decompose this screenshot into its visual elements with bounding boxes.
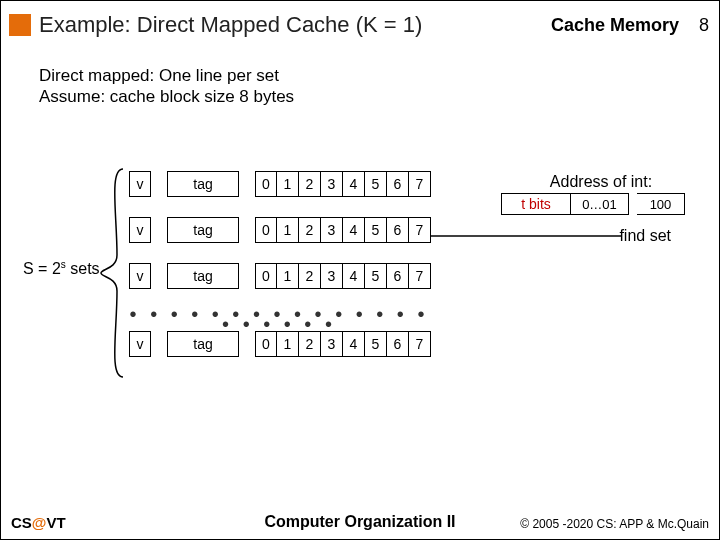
- byte-cell: 6: [387, 217, 409, 243]
- subtitle-line-2: Assume: cache block size 8 bytes: [39, 86, 294, 107]
- slide-header: Example: Direct Mapped Cache (K = 1) Cac…: [1, 7, 719, 43]
- slide: Example: Direct Mapped Cache (K = 1) Cac…: [0, 0, 720, 540]
- byte-cell: 5: [365, 217, 387, 243]
- byte-cell: 2: [299, 171, 321, 197]
- tag-cell: tag: [167, 331, 239, 357]
- byte-cells: 0 1 2 3 4 5 6 7: [255, 263, 431, 289]
- header-bullet-icon: [9, 14, 31, 36]
- section-title: Cache Memory: [551, 15, 679, 36]
- valid-cell: v: [129, 331, 151, 357]
- page-number: 8: [699, 15, 709, 36]
- cache-diagram: v tag 0 1 2 3 4 5 6 7 v tag 0 1 2 3 4 5: [129, 171, 431, 377]
- byte-cells: 0 1 2 3 4 5 6 7: [255, 171, 431, 197]
- byte-cell: 7: [409, 171, 431, 197]
- byte-cell: 0: [255, 331, 277, 357]
- byte-cell: 2: [299, 217, 321, 243]
- byte-cells: 0 1 2 3 4 5 6 7: [255, 217, 431, 243]
- sets-label: S = 2s sets: [23, 259, 100, 278]
- byte-cell: 5: [365, 331, 387, 357]
- valid-cell: v: [129, 263, 151, 289]
- byte-cell: 1: [277, 263, 299, 289]
- address-box: Address of int: t bits 0…01 100: [501, 173, 701, 215]
- byte-cell: 0: [255, 263, 277, 289]
- byte-cell: 0: [255, 217, 277, 243]
- byte-cell: 0: [255, 171, 277, 197]
- find-set-label: find set: [619, 227, 671, 245]
- tbits-cell: t bits: [501, 193, 571, 215]
- byte-cell: 5: [365, 263, 387, 289]
- byte-cell: 4: [343, 263, 365, 289]
- footer-right: © 2005 -2020 CS: APP & Mc.Quain: [520, 517, 709, 531]
- cache-line: v tag 0 1 2 3 4 5 6 7: [129, 263, 431, 289]
- byte-cell: 7: [409, 331, 431, 357]
- byte-cell: 1: [277, 217, 299, 243]
- tag-cell: tag: [167, 263, 239, 289]
- address-title: Address of int:: [501, 173, 701, 191]
- byte-cell: 1: [277, 171, 299, 197]
- byte-cell: 3: [321, 217, 343, 243]
- connector-line: [431, 229, 621, 243]
- byte-cell: 1: [277, 331, 299, 357]
- tag-cell: tag: [167, 171, 239, 197]
- byte-cell: 4: [343, 217, 365, 243]
- byte-cell: 6: [387, 331, 409, 357]
- byte-cell: 2: [299, 331, 321, 357]
- subtitle-block: Direct mapped: One line per set Assume: …: [39, 65, 294, 108]
- byte-cell: 7: [409, 263, 431, 289]
- cache-line: v tag 0 1 2 3 4 5 6 7: [129, 217, 431, 243]
- byte-cells: 0 1 2 3 4 5 6 7: [255, 331, 431, 357]
- offsetbits-cell: 100: [637, 193, 685, 215]
- cache-line: v tag 0 1 2 3 4 5 6 7: [129, 171, 431, 197]
- slide-title: Example: Direct Mapped Cache (K = 1): [39, 12, 422, 38]
- cache-line: v tag 0 1 2 3 4 5 6 7: [129, 331, 431, 357]
- byte-cell: 5: [365, 171, 387, 197]
- valid-cell: v: [129, 217, 151, 243]
- byte-cell: 7: [409, 217, 431, 243]
- byte-cell: 6: [387, 171, 409, 197]
- subtitle-line-1: Direct mapped: One line per set: [39, 65, 294, 86]
- byte-cell: 3: [321, 331, 343, 357]
- setbits-cell: 0…01: [571, 193, 629, 215]
- tag-cell: tag: [167, 217, 239, 243]
- byte-cell: 3: [321, 263, 343, 289]
- byte-cell: 2: [299, 263, 321, 289]
- address-fields: t bits 0…01 100: [501, 193, 701, 215]
- brace-icon: [99, 165, 125, 381]
- valid-cell: v: [129, 171, 151, 197]
- byte-cell: 3: [321, 171, 343, 197]
- ellipsis-dots: • • • • • • • • • • • • • • • • • • • • …: [129, 309, 429, 319]
- byte-cell: 4: [343, 331, 365, 357]
- byte-cell: 6: [387, 263, 409, 289]
- byte-cell: 4: [343, 171, 365, 197]
